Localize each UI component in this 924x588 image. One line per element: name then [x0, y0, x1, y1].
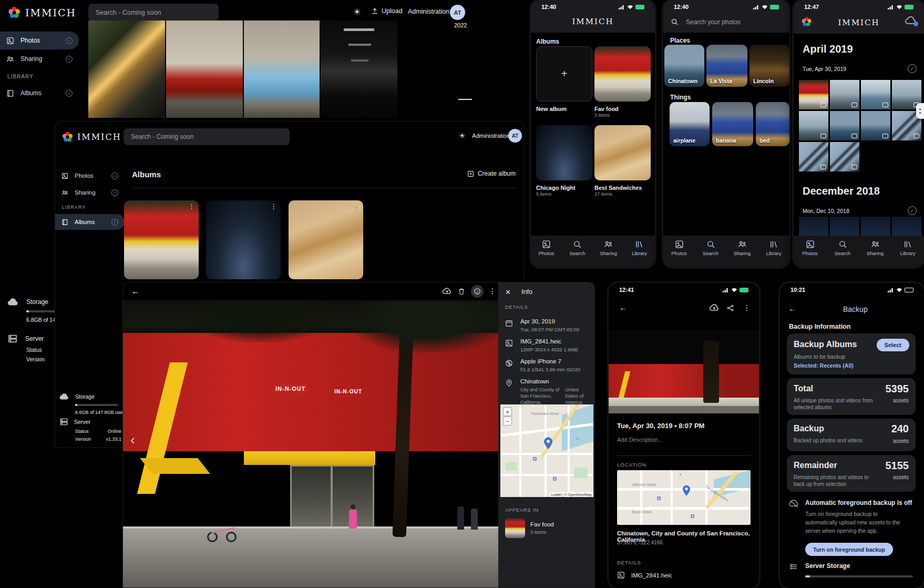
nav-tab-library[interactable]: Library [625, 240, 654, 256]
turn-on-foreground-backup-button[interactable]: Turn on foreground backup [805, 543, 893, 556]
photo-thumbnail[interactable] [861, 217, 890, 236]
album-name[interactable]: Best Sandwiches [594, 185, 642, 191]
album-card[interactable] [536, 125, 592, 180]
photo-thumbnail[interactable] [244, 21, 320, 118]
sidebar-item-photos[interactable]: Photosi [55, 168, 125, 184]
info-icon[interactable]: i [111, 173, 118, 179]
description-input[interactable]: Add Description... [617, 437, 663, 443]
theme-toggle-button[interactable]: ☀ [459, 131, 466, 140]
timeline-scrubber-handle[interactable]: ▲ ▼ [916, 103, 924, 119]
album-card[interactable]: ⋮ [206, 200, 281, 279]
select-day-checkbox[interactable]: ✓ [908, 206, 917, 215]
album-card[interactable]: ⋮ [289, 200, 363, 279]
nav-tab-sharing[interactable]: Sharing [861, 240, 889, 256]
back-button[interactable]: ← [131, 287, 140, 296]
album-card[interactable]: ⋮ [124, 200, 199, 279]
info-icon[interactable]: i [66, 90, 73, 97]
album-menu-button[interactable]: ⋮ [353, 203, 360, 210]
info-button-active[interactable] [471, 285, 484, 298]
photo-thumbnail[interactable] [166, 21, 243, 118]
info-icon[interactable]: i [66, 56, 73, 63]
cloud-upload-icon[interactable] [443, 288, 451, 295]
nav-tab-search[interactable]: Search [696, 240, 725, 256]
album-name[interactable]: Chicago Night [536, 185, 576, 191]
select-albums-button[interactable]: Select [877, 339, 909, 351]
album-card[interactable] [594, 125, 651, 180]
select-day-checkbox[interactable]: ✓ [908, 64, 917, 73]
previous-photo-button[interactable]: ‹ [130, 432, 135, 448]
map-zoom-out-button[interactable]: − [503, 417, 512, 425]
photo-thumbnail[interactable] [799, 80, 828, 109]
cloud-sync-icon[interactable] [905, 16, 917, 25]
search-bar[interactable]: Search your photos [671, 18, 741, 26]
share-icon[interactable] [726, 304, 734, 312]
delete-icon[interactable] [458, 288, 465, 295]
photo-thumbnail[interactable] [830, 142, 859, 171]
new-album-card[interactable]: + [536, 46, 592, 102]
photo-thumbnail[interactable] [830, 217, 859, 236]
photo-thumbnail[interactable] [830, 80, 859, 109]
album-card[interactable] [594, 46, 651, 102]
nav-tab-search[interactable]: Search [828, 240, 857, 256]
info-icon[interactable]: i [111, 189, 118, 196]
timeline-scrubber[interactable] [458, 99, 472, 100]
nav-tab-photos[interactable]: Photos [665, 240, 693, 256]
stat-value: 5155 [886, 460, 909, 472]
photo-thumbnail[interactable] [799, 217, 828, 236]
location-map[interactable]: Fishermans Wharf P P ⚓ + − Leaflet | © O… [500, 404, 593, 497]
user-avatar[interactable]: AT [508, 129, 522, 143]
photo-preview[interactable] [609, 330, 759, 413]
more-menu-button[interactable]: ⋮ [743, 304, 751, 311]
photo-thumbnail[interactable] [830, 111, 859, 140]
create-album-button[interactable]: Create album [467, 170, 516, 177]
map-zoom-in-button[interactable]: + [503, 407, 512, 416]
place-card[interactable]: Chinatown [664, 45, 704, 87]
place-card[interactable]: La Vista [706, 45, 747, 87]
appears-in-album-row[interactable]: Fav food 3 items [505, 518, 554, 538]
thing-card[interactable]: bed [756, 102, 789, 146]
sidebar-item-albums[interactable]: Albumsi [0, 84, 79, 102]
nav-tab-library[interactable]: Library [894, 240, 922, 256]
upload-button[interactable]: Upload [371, 7, 403, 15]
nav-tab-search[interactable]: Search [563, 240, 592, 256]
sidebar-item-sharing[interactable]: Sharingi [0, 50, 79, 68]
place-card[interactable]: Lincoln [750, 45, 789, 87]
close-info-button[interactable]: ✕ [505, 288, 511, 296]
album-menu-button[interactable]: ⋮ [188, 203, 195, 210]
thing-card[interactable]: airplane [670, 102, 710, 146]
location-map[interactable]: Jefferson Street Beach Street The Embarc… [617, 470, 751, 525]
search-input[interactable]: Search - Coming soon [124, 128, 290, 145]
sidebar-item-photos[interactable]: Photosi [0, 32, 79, 49]
photo-thumbnail[interactable] [861, 80, 890, 109]
administration-link[interactable]: Administration [472, 133, 510, 139]
photo-thumbnail[interactable] [88, 21, 165, 118]
info-icon[interactable]: i [66, 37, 73, 44]
sidebar-item-sharing[interactable]: Sharingi [55, 185, 125, 200]
photo-sidewalk [609, 406, 759, 413]
photo-thumbnail[interactable] [799, 142, 828, 171]
photo-thumbnail[interactable] [861, 111, 890, 140]
nav-tab-photos[interactable]: Photos [796, 240, 824, 256]
sidebar-item-albums[interactable]: Albumsi [55, 214, 125, 230]
photo-thumbnail[interactable] [321, 21, 397, 118]
search-input[interactable]: Search - Coming soon [88, 4, 219, 21]
photo-main[interactable]: IN-N-OUT IN-N-OUT ‹ [123, 300, 498, 588]
back-button[interactable]: ← [619, 303, 627, 312]
album-menu-button[interactable]: ⋮ [270, 203, 277, 210]
info-icon[interactable]: i [111, 219, 118, 226]
nav-tab-library[interactable]: Library [759, 240, 788, 256]
back-button[interactable]: ← [788, 304, 796, 313]
cloud-upload-icon[interactable] [710, 304, 719, 311]
user-avatar[interactable]: AT [450, 5, 465, 20]
theme-toggle-button[interactable]: ☀ [353, 7, 361, 17]
administration-link[interactable]: Administration [408, 8, 449, 15]
album-name[interactable]: Fav food [594, 106, 619, 112]
nav-tab-sharing[interactable]: Sharing [728, 240, 756, 256]
thing-card[interactable]: banana [712, 102, 753, 146]
photo-thumbnail[interactable] [799, 111, 828, 140]
nav-tab-photos[interactable]: Photos [532, 240, 561, 256]
more-menu-button[interactable]: ⋮ [489, 287, 496, 295]
nav-tab-sharing[interactable]: Sharing [594, 240, 623, 256]
map-attribution[interactable]: Leaflet | © OpenStreetMap [550, 492, 593, 497]
photo-thumbnail[interactable] [892, 217, 921, 236]
